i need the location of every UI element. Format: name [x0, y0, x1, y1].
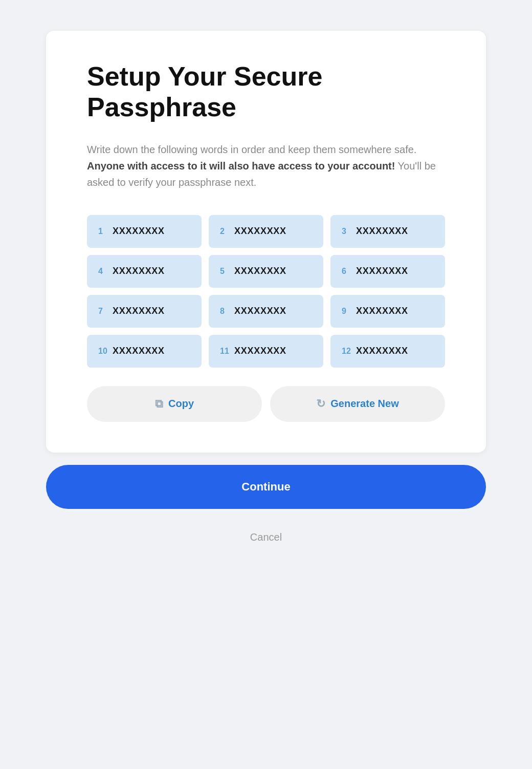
word-text: XXXXXXXX	[234, 266, 286, 276]
word-cell: 12XXXXXXXX	[330, 335, 445, 368]
word-cell: 8XXXXXXXX	[209, 295, 323, 328]
page-container: Setup Your Secure Passphrase Write down …	[46, 31, 486, 553]
word-text: XXXXXXXX	[113, 346, 165, 356]
word-grid: 1XXXXXXXX2XXXXXXXX3XXXXXXXX4XXXXXXXX5XXX…	[87, 215, 445, 368]
main-card: Setup Your Secure Passphrase Write down …	[46, 31, 486, 453]
word-number: 4	[98, 267, 108, 276]
word-text: XXXXXXXX	[356, 226, 408, 237]
word-text: XXXXXXXX	[113, 226, 165, 237]
word-number: 5	[220, 267, 230, 276]
word-text: XXXXXXXX	[356, 266, 408, 276]
description-bold: Anyone with access to it will also have …	[87, 160, 395, 172]
refresh-icon: ↻	[316, 397, 325, 411]
cancel-button[interactable]: Cancel	[46, 521, 486, 553]
word-cell: 5XXXXXXXX	[209, 255, 323, 288]
word-cell: 9XXXXXXXX	[330, 295, 445, 328]
word-text: XXXXXXXX	[234, 226, 286, 237]
generate-button[interactable]: ↻ Generate New	[270, 386, 445, 422]
word-cell: 1XXXXXXXX	[87, 215, 202, 248]
description-plain: Write down the following words in order …	[87, 144, 416, 155]
word-number: 7	[98, 307, 108, 316]
word-number: 6	[342, 267, 352, 276]
description: Write down the following words in order …	[87, 141, 445, 190]
word-text: XXXXXXXX	[356, 346, 408, 356]
word-cell: 7XXXXXXXX	[87, 295, 202, 328]
word-cell: 3XXXXXXXX	[330, 215, 445, 248]
word-cell: 10XXXXXXXX	[87, 335, 202, 368]
word-text: XXXXXXXX	[234, 346, 286, 356]
word-cell: 4XXXXXXXX	[87, 255, 202, 288]
word-number: 9	[342, 307, 352, 316]
copy-button[interactable]: ⧉ Copy	[87, 386, 262, 422]
page-title: Setup Your Secure Passphrase	[87, 61, 445, 123]
word-cell: 2XXXXXXXX	[209, 215, 323, 248]
word-number: 10	[98, 347, 108, 356]
copy-icon: ⧉	[155, 397, 163, 411]
word-number: 12	[342, 347, 352, 356]
generate-label: Generate New	[330, 398, 398, 410]
word-text: XXXXXXXX	[356, 306, 408, 316]
word-number: 11	[220, 347, 230, 356]
word-cell: 6XXXXXXXX	[330, 255, 445, 288]
word-number: 1	[98, 227, 108, 236]
word-text: XXXXXXXX	[234, 306, 286, 316]
word-text: XXXXXXXX	[113, 306, 165, 316]
actions-row: ⧉ Copy ↻ Generate New	[87, 386, 445, 422]
word-number: 8	[220, 307, 230, 316]
word-number: 3	[342, 227, 352, 236]
word-text: XXXXXXXX	[113, 266, 165, 276]
copy-label: Copy	[168, 398, 194, 410]
word-cell: 11XXXXXXXX	[209, 335, 323, 368]
word-number: 2	[220, 227, 230, 236]
continue-button[interactable]: Continue	[46, 465, 486, 509]
